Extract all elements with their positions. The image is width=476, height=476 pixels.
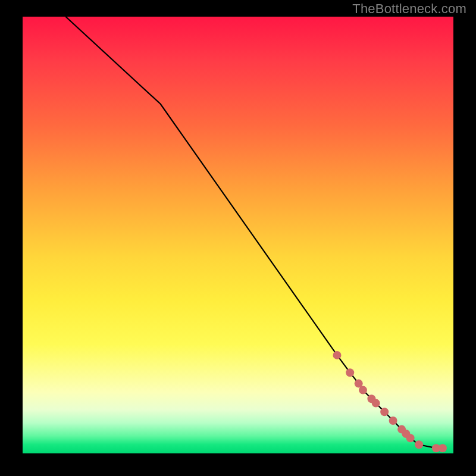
curve-marker xyxy=(389,416,397,425)
watermark-label: TheBottleneck.com xyxy=(352,1,466,17)
curve-markers xyxy=(333,351,447,452)
curve-marker xyxy=(346,368,354,377)
curve-marker xyxy=(415,440,423,449)
curve-marker xyxy=(439,444,447,452)
curve-marker xyxy=(372,399,380,408)
curve-marker xyxy=(359,386,367,394)
curve-marker xyxy=(380,408,389,416)
curve-marker xyxy=(406,434,415,442)
chart-container: TheBottleneck.com xyxy=(0,0,476,476)
curve-marker xyxy=(333,351,342,359)
curve-line xyxy=(65,17,443,448)
plot-area xyxy=(23,17,453,453)
curve-layer xyxy=(23,17,453,453)
